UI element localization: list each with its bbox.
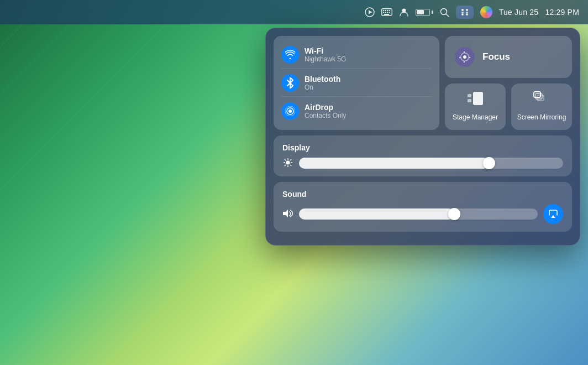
svg-marker-39	[283, 210, 288, 217]
menubar-datetime: Tue Jun 25 12:29 PM	[499, 8, 579, 17]
account-icon[interactable]	[399, 7, 409, 17]
svg-rect-4	[385, 10, 386, 11]
bluetooth-icon	[281, 74, 299, 92]
svg-point-15	[461, 9, 464, 11]
airdrop-title: AirDrop	[305, 103, 346, 112]
screen-mirroring-label: Screen Mirroring	[517, 113, 566, 122]
svg-rect-19	[461, 12, 464, 13]
svg-rect-20	[466, 12, 468, 13]
control-center-icon[interactable]	[456, 6, 474, 19]
control-center-panel: Wi-Fi Nighthawk 5G Bluetooth On	[265, 28, 580, 246]
bluetooth-row[interactable]: Bluetooth On	[281, 70, 432, 97]
svg-rect-8	[385, 12, 386, 13]
spotlight-icon[interactable]	[440, 8, 449, 17]
screen-mirroring-icon	[533, 91, 550, 109]
wifi-subtitle: Nighthawk 5G	[305, 55, 346, 63]
sound-title: Sound	[282, 190, 563, 199]
display-section: Display	[274, 135, 572, 176]
menubar: Tue Jun 25 12:29 PM	[0, 0, 588, 24]
stage-manager-tile[interactable]: Stage Manager	[445, 84, 506, 130]
menubar-date: Tue Jun 25	[499, 8, 539, 17]
bottom-right-tiles: Stage Manager Screen Mirroring	[445, 84, 572, 130]
bluetooth-title: Bluetooth	[305, 75, 340, 84]
focus-icon	[455, 47, 475, 67]
volume-thumb[interactable]	[448, 208, 460, 220]
wifi-title: Wi-Fi	[305, 46, 346, 55]
brightness-fill	[299, 158, 489, 169]
battery-fill	[417, 10, 424, 14]
sound-section: Sound	[274, 182, 572, 232]
network-tile: Wi-Fi Nighthawk 5G Bluetooth On	[274, 36, 439, 130]
svg-rect-6	[389, 10, 390, 11]
keyboard-icon[interactable]	[381, 8, 392, 16]
svg-point-21	[288, 109, 292, 113]
airdrop-subtitle: Contacts Only	[305, 112, 346, 119]
stage-manager-label: Stage Manager	[453, 113, 498, 122]
airdrop-row[interactable]: AirDrop Contacts Only	[281, 98, 432, 124]
sound-slider-row	[282, 204, 563, 224]
svg-rect-11	[384, 14, 389, 15]
svg-rect-5	[387, 10, 388, 11]
focus-label: Focus	[482, 51, 510, 62]
battery-tip	[432, 11, 433, 14]
svg-point-30	[286, 160, 290, 164]
wifi-icon	[281, 46, 299, 64]
volume-fill	[299, 208, 454, 220]
volume-icon	[282, 209, 293, 220]
bluetooth-text: Bluetooth On	[305, 75, 340, 91]
svg-rect-28	[536, 93, 542, 99]
svg-rect-7	[383, 12, 384, 13]
wifi-row[interactable]: Wi-Fi Nighthawk 5G	[281, 41, 432, 69]
battery-icon[interactable]	[416, 9, 433, 16]
svg-rect-26	[468, 99, 471, 102]
top-tiles: Wi-Fi Nighthawk 5G Bluetooth On	[274, 36, 572, 130]
svg-rect-24	[473, 92, 483, 105]
brightness-thumb[interactable]	[483, 157, 495, 169]
battery-body	[416, 9, 430, 16]
airdrop-icon	[281, 102, 299, 120]
svg-rect-9	[387, 12, 388, 13]
volume-slider[interactable]	[299, 208, 538, 220]
bluetooth-subtitle: On	[305, 84, 340, 91]
svg-rect-25	[468, 94, 471, 97]
display-slider-row	[282, 158, 563, 169]
svg-line-14	[446, 14, 449, 17]
right-tiles: Focus Stage Manager	[445, 36, 572, 130]
airplay-button[interactable]	[543, 204, 563, 224]
brightness-icon	[282, 158, 293, 169]
svg-point-18	[466, 13, 468, 15]
svg-marker-1	[369, 11, 372, 14]
menubar-time: 12:29 PM	[545, 8, 579, 17]
svg-line-36	[290, 165, 291, 166]
svg-rect-3	[383, 10, 384, 11]
screen-mirroring-tile[interactable]: Screen Mirroring	[511, 84, 572, 130]
svg-point-17	[461, 13, 464, 15]
play-icon[interactable]	[365, 7, 375, 17]
menubar-right: Tue Jun 25 12:29 PM	[365, 6, 579, 19]
siri-icon[interactable]	[480, 6, 492, 18]
focus-tile[interactable]: Focus	[445, 36, 572, 78]
display-title: Display	[282, 143, 563, 152]
svg-point-16	[466, 9, 468, 11]
brightness-slider[interactable]	[299, 158, 563, 169]
svg-rect-10	[389, 12, 390, 13]
stage-manager-icon	[467, 91, 484, 109]
svg-line-37	[290, 159, 291, 160]
svg-line-35	[285, 159, 286, 160]
wifi-text: Wi-Fi Nighthawk 5G	[305, 46, 346, 63]
svg-line-38	[285, 165, 286, 166]
airdrop-text: AirDrop Contacts Only	[305, 103, 346, 119]
